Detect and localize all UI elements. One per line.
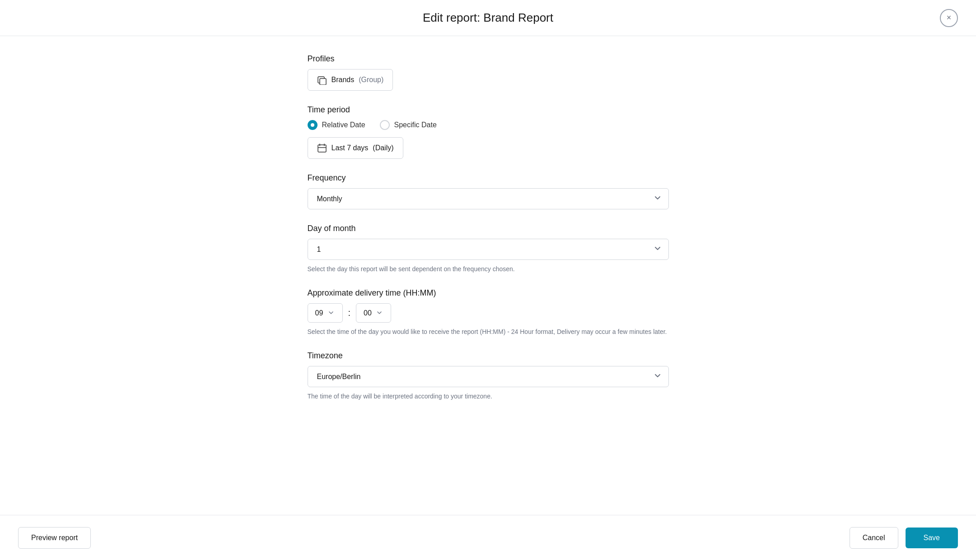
- svg-rect-1: [320, 79, 326, 85]
- date-range-label: Last 7 days: [332, 144, 369, 152]
- footer-right: Cancel Save: [850, 527, 958, 549]
- delivery-time-helper: Select the time of the day you would lik…: [308, 327, 669, 337]
- relative-date-label: Relative Date: [322, 121, 365, 129]
- frequency-label: Frequency: [308, 173, 669, 183]
- date-range-sub: (Daily): [373, 144, 393, 152]
- minute-chevron-icon: [376, 310, 383, 317]
- timezone-label: Timezone: [308, 351, 669, 361]
- frequency-select[interactable]: Daily Weekly Monthly: [308, 188, 669, 209]
- profiles-button[interactable]: Brands (Group): [308, 69, 393, 91]
- timezone-select[interactable]: Europe/Berlin UTC America/New_York Ameri…: [308, 366, 669, 387]
- hour-select-wrapper: 00010203 04050607 08091011 12131415 1617…: [308, 303, 343, 323]
- delivery-time-section: Approximate delivery time (HH:MM) 000102…: [308, 288, 669, 337]
- specific-date-option[interactable]: Specific Date: [380, 120, 437, 130]
- relative-date-radio[interactable]: [308, 120, 318, 130]
- cancel-button[interactable]: Cancel: [850, 527, 898, 549]
- time-row: 00010203 04050607 08091011 12131415 1617…: [308, 303, 669, 323]
- relative-date-option[interactable]: Relative Date: [308, 120, 365, 130]
- time-colon: :: [348, 308, 351, 318]
- brands-label: Brands: [332, 76, 355, 84]
- time-period-section: Time period Relative Date Specific Date …: [308, 105, 669, 159]
- minute-select[interactable]: 00153045: [364, 309, 372, 317]
- hour-select[interactable]: 00010203 04050607 08091011 12131415 1617…: [315, 309, 323, 317]
- day-of-month-helper: Select the day this report will be sent …: [308, 264, 669, 274]
- time-period-label: Time period: [308, 105, 669, 115]
- minute-select-wrapper: 00153045: [356, 303, 391, 323]
- time-period-radio-group: Relative Date Specific Date: [308, 120, 669, 130]
- timezone-section: Timezone Europe/Berlin UTC America/New_Y…: [308, 351, 669, 401]
- day-of-month-select-wrapper: 1 2 3 4 5 6 7 8 9 10 11 12 13 14 15 16 1…: [308, 239, 669, 260]
- preview-report-button[interactable]: Preview report: [18, 527, 91, 549]
- profiles-section: Profiles Brands (Group): [308, 54, 669, 91]
- calendar-icon: [317, 143, 327, 153]
- frequency-section: Frequency Daily Weekly Monthly: [308, 173, 669, 209]
- modal-header: Edit report: Brand Report ×: [0, 0, 976, 36]
- footer-bar: Preview report Cancel Save: [0, 515, 976, 560]
- svg-rect-2: [318, 145, 326, 152]
- brands-group-text: (Group): [359, 76, 383, 84]
- brands-icon: [317, 75, 327, 85]
- save-button[interactable]: Save: [906, 528, 958, 548]
- frequency-select-wrapper: Daily Weekly Monthly: [308, 188, 669, 209]
- day-of-month-label: Day of month: [308, 224, 669, 233]
- day-of-month-section: Day of month 1 2 3 4 5 6 7 8 9 10 11 12 …: [308, 224, 669, 274]
- modal-title: Edit report: Brand Report: [423, 11, 553, 25]
- delivery-time-label: Approximate delivery time (HH:MM): [308, 288, 669, 298]
- timezone-select-wrapper: Europe/Berlin UTC America/New_York Ameri…: [308, 366, 669, 387]
- specific-date-label: Specific Date: [394, 121, 437, 129]
- timezone-helper: The time of the day will be interpreted …: [308, 392, 669, 401]
- day-of-month-select[interactable]: 1 2 3 4 5 6 7 8 9 10 11 12 13 14 15 16 1…: [308, 239, 669, 260]
- specific-date-radio[interactable]: [380, 120, 390, 130]
- hour-chevron-icon: [328, 310, 335, 317]
- modal-body: Profiles Brands (Group) Time period Rela…: [308, 36, 669, 524]
- close-button[interactable]: ×: [940, 9, 958, 27]
- profiles-label: Profiles: [308, 54, 669, 64]
- date-range-button[interactable]: Last 7 days (Daily): [308, 137, 403, 159]
